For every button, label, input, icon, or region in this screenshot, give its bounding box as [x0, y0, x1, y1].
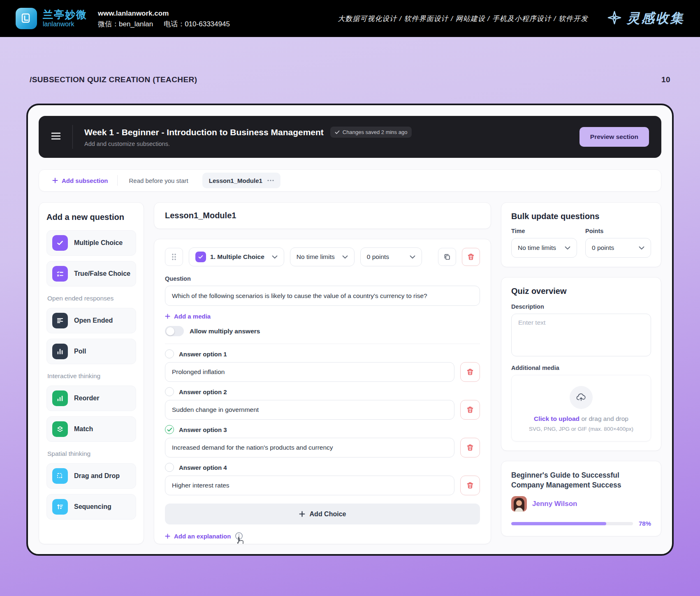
chevron-down-icon [410, 255, 415, 259]
sidebar-item-multiple-choice[interactable]: Multiple Choice [46, 230, 136, 256]
page-title: /SUBSECTION QUIZ CREATION (TEACHER) [30, 75, 197, 84]
sequencing-icon [52, 499, 68, 515]
preview-section-button[interactable]: Preview section [579, 127, 649, 147]
trash-icon [466, 368, 474, 376]
delete-option-1-button[interactable] [460, 362, 480, 382]
sidebar-item-match[interactable]: Match [46, 416, 136, 442]
section-title: Week 1 - Beginner - Introduction to Busi… [84, 127, 324, 137]
chevron-down-icon [342, 255, 348, 259]
chevron-down-icon [639, 246, 644, 250]
author-name[interactable]: Jenny Wilson [532, 500, 577, 508]
more-icon[interactable] [267, 180, 274, 181]
services-list: 大数据可视化设计 / 软件界面设计 / 网站建设 / 手机及小程序设计 / 软件… [338, 14, 588, 23]
sidebar-item-drag-and-drop[interactable]: Drag and Drop [46, 463, 136, 489]
top-banner: 兰亭妙微 lanlanwork www.lanlanwork.com 微信：be… [0, 0, 700, 37]
sidebar-item-poll[interactable]: Poll [46, 339, 136, 364]
answer-option-row: Answer option 1 [165, 349, 480, 382]
allow-multiple-label: Allow multiply answers [190, 328, 260, 335]
sidebar-item-true-false[interactable]: True/False Choice [46, 261, 136, 286]
progress-bar [511, 522, 633, 525]
delete-option-4-button[interactable] [460, 476, 480, 495]
multiple-choice-icon [52, 235, 68, 251]
click-to-upload-link[interactable]: Click to upload [534, 415, 579, 422]
quiz-overview-title: Quiz overview [511, 286, 651, 296]
section-subtitle: Add and customize subsections. [84, 141, 412, 147]
time-limit-select[interactable]: No time limits [290, 247, 355, 266]
description-textarea[interactable] [511, 314, 651, 356]
option-3-input[interactable] [165, 438, 454, 457]
phone-contact: 电话：010-63334945 [164, 20, 230, 28]
app-window: Week 1 - Beginner - Introduction to Busi… [26, 104, 674, 556]
tab-lesson1-module1[interactable]: Lesson1_Module1 [202, 173, 280, 188]
additional-media-label: Additional media [511, 365, 651, 371]
option-3-radio-checked[interactable] [165, 425, 174, 434]
sidebar-item-open-ended[interactable]: Open Ended [46, 308, 136, 333]
plus-icon [165, 534, 170, 539]
option-4-input[interactable] [165, 476, 454, 495]
section-interactive-thinking: Interactive thinking [47, 372, 135, 380]
add-explanation-button[interactable]: Add an explanation [165, 533, 231, 540]
section-open-ended-responses: Open ended responses [47, 295, 135, 302]
upload-dropzone[interactable]: Click to upload or drag and drop SVG, PN… [511, 375, 651, 441]
duplicate-question-button[interactable] [438, 248, 456, 266]
option-4-radio[interactable] [165, 463, 174, 472]
answer-option-row: Answer option 3 [165, 425, 480, 457]
drag-handle[interactable] [165, 248, 183, 266]
question-types-sidebar: Add a new question Multiple Choice True/ [39, 202, 144, 544]
pointer-cursor-icon [236, 537, 245, 544]
sidebar-item-sequencing[interactable]: Sequencing [46, 494, 136, 520]
question-type-select[interactable]: 1. Multiple Choice [189, 247, 284, 266]
question-input[interactable] [165, 286, 480, 306]
time-label: Time [511, 228, 577, 234]
match-icon [52, 421, 68, 437]
plus-icon [299, 511, 305, 517]
answer-option-row: Answer option 4 [165, 463, 480, 495]
true-false-icon [52, 266, 68, 282]
delete-option-3-button[interactable] [460, 438, 480, 457]
chevron-down-icon [565, 246, 570, 250]
bulk-update-card: Bulk update questions Time No time limit… [501, 202, 661, 267]
allow-multiple-toggle[interactable] [165, 326, 184, 336]
lesson-card-title: Lesson1_Module1 [154, 202, 491, 229]
bulk-update-title: Bulk update questions [511, 212, 651, 221]
chevron-down-icon [272, 255, 278, 259]
delete-option-2-button[interactable] [460, 400, 480, 420]
trash-icon [466, 482, 474, 489]
course-title: Beginner's Guide to Successful Company M… [511, 470, 651, 490]
option-1-radio[interactable] [165, 349, 174, 358]
page-number: 10 [661, 75, 670, 84]
option-1-input[interactable] [165, 362, 454, 382]
menu-icon[interactable] [51, 132, 61, 141]
question-label: Question [165, 275, 480, 282]
copy-icon [443, 253, 451, 261]
trash-icon [466, 406, 474, 414]
drag-drop-text: or drag and drop [579, 415, 628, 422]
section-spatial-thinking: Spatial thinking [47, 450, 135, 457]
option-1-label: Answer option 1 [179, 351, 227, 358]
subsection-tabs: Add subsection Read before you start Les… [39, 169, 661, 192]
tab-read-before-start[interactable]: Read before you start [118, 177, 200, 184]
delete-question-button[interactable] [462, 248, 480, 266]
sidebar-item-reorder[interactable]: Reorder [46, 386, 136, 411]
trash-icon [466, 444, 474, 451]
description-label: Description [511, 303, 651, 310]
add-subsection-button[interactable]: Add subsection [43, 177, 117, 184]
bulk-points-select[interactable]: 0 points [585, 238, 651, 258]
add-media-button[interactable]: Add a media [165, 313, 211, 320]
sidebar-title: Add a new question [46, 213, 136, 222]
bulk-time-select[interactable]: No time limits [511, 238, 577, 258]
option-2-input[interactable] [165, 400, 454, 420]
plus-icon [165, 314, 170, 319]
upload-cloud-icon [570, 386, 593, 409]
open-ended-icon [52, 313, 68, 328]
quiz-overview-card: Quiz overview Description Additional med… [501, 277, 661, 451]
reorder-icon [52, 390, 68, 406]
points-select[interactable]: 0 points [360, 247, 422, 266]
add-choice-button[interactable]: Add Choice [165, 504, 480, 524]
answer-option-row: Answer option 2 [165, 387, 480, 420]
option-2-radio[interactable] [165, 387, 174, 396]
sparkle-icon [606, 9, 623, 28]
website-url: www.lanlanwork.com [98, 10, 241, 17]
option-4-label: Answer option 4 [179, 464, 227, 471]
logo-en-text: lanlanwork [43, 21, 87, 28]
